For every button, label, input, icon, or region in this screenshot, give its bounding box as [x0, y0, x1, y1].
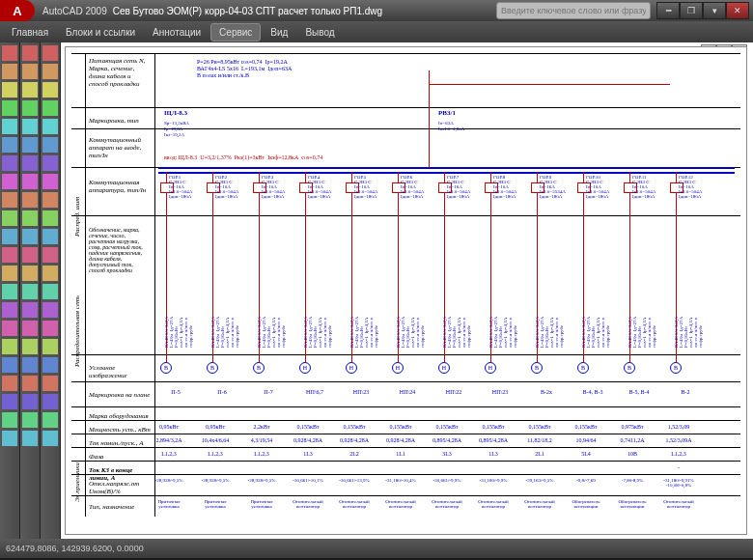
tab-blocks[interactable]: Блоки и ссылки [58, 24, 143, 41]
tool-button[interactable] [42, 301, 59, 319]
tool-button[interactable] [1, 173, 18, 190]
tool-button[interactable] [1, 44, 18, 62]
tool-button[interactable] [42, 320, 59, 337]
tool-button[interactable] [21, 228, 39, 245]
tool-button[interactable] [42, 63, 59, 80]
restore-button[interactable]: ▾ [703, 2, 726, 19]
tool-button[interactable] [1, 393, 18, 410]
table-cell-power: 0,155кВт [471, 424, 516, 430]
tool-button[interactable] [21, 44, 39, 62]
tool-button[interactable] [21, 118, 39, 135]
app-name: AutoCAD 2009 [42, 6, 107, 16]
tab-home[interactable]: Главная [4, 24, 56, 41]
toolbar-left-3 [41, 42, 61, 539]
cable-label: ВА46-LS 3х2,5 L=43м Iд=27А Р=0,95кВт cos… [581, 227, 610, 348]
tool-button[interactable] [21, 338, 39, 355]
tab-output[interactable]: Вывод [297, 24, 342, 41]
search-input[interactable] [496, 2, 651, 19]
tool-button[interactable] [1, 81, 18, 98]
tab-service[interactable]: Сервис [210, 23, 261, 42]
table-cell-phase: L1,2,3 [239, 451, 284, 457]
maximize-button[interactable]: ❐ [680, 2, 703, 19]
tool-button[interactable] [21, 136, 39, 154]
tool-button[interactable] [1, 63, 18, 80]
tool-button[interactable] [1, 118, 18, 135]
tool-button[interactable] [21, 246, 39, 264]
tool-button[interactable] [42, 99, 59, 117]
tool-button[interactable] [42, 44, 59, 62]
tool-button[interactable] [1, 246, 18, 264]
tool-button[interactable] [1, 210, 18, 227]
minimize-button[interactable]: ━ [656, 2, 680, 19]
tool-button[interactable] [21, 265, 39, 282]
tab-view[interactable]: Вид [263, 24, 295, 41]
tool-button[interactable] [1, 320, 18, 337]
tool-button[interactable] [1, 430, 18, 447]
panel-name: ЩЛ-8.3 [164, 111, 187, 116]
plan-mark: НП\24 [386, 389, 429, 395]
tool-button[interactable] [1, 191, 18, 209]
symbol-icon: В [160, 362, 172, 374]
app-logo[interactable]: A [0, 0, 35, 21]
tool-button[interactable] [21, 375, 39, 392]
tool-button[interactable] [42, 283, 59, 300]
tool-button[interactable] [1, 356, 18, 374]
tool-button[interactable] [21, 320, 39, 337]
tool-button[interactable] [21, 173, 39, 190]
tool-button[interactable] [21, 191, 39, 209]
tool-button[interactable] [21, 154, 39, 172]
tool-button[interactable] [21, 283, 39, 300]
tool-button[interactable] [21, 411, 39, 429]
tool-button[interactable] [42, 411, 59, 429]
tool-button[interactable] [1, 136, 18, 154]
tool-button[interactable] [1, 301, 18, 319]
cable-label: ВА46-LS 3х2,5 L=43м Iд=27А Р=0,95кВт cos… [396, 227, 425, 348]
tool-button[interactable] [21, 301, 39, 319]
tool-button[interactable] [21, 393, 39, 410]
canvas-area[interactable]: ━ ❐ ✕ Распред. шит Распределительная сет… [61, 42, 753, 539]
tool-button[interactable] [1, 338, 18, 355]
tool-button[interactable] [42, 173, 59, 190]
symbol-icon: В [670, 362, 682, 374]
tool-button[interactable] [21, 210, 39, 227]
tool-button[interactable] [21, 356, 39, 374]
tool-button[interactable] [42, 191, 59, 209]
drawing-canvas[interactable]: Распред. шит Распределительная сеть Эл.п… [65, 46, 747, 535]
table-cell-phase: 5L4 [564, 451, 608, 457]
tool-button[interactable] [42, 210, 59, 227]
tool-button[interactable] [42, 356, 59, 374]
tool-button[interactable] [42, 154, 59, 172]
tool-button[interactable] [42, 228, 59, 245]
tool-button[interactable] [42, 118, 59, 135]
tool-button[interactable] [1, 154, 18, 172]
tool-button[interactable] [21, 81, 39, 98]
table-cell-power: 0,155кВт [425, 424, 469, 430]
symbol-icon: Н [438, 362, 450, 374]
tool-button[interactable] [1, 375, 18, 392]
table-cell-type: Отопительный вентилятор [378, 499, 423, 509]
tool-button[interactable] [1, 99, 18, 117]
tool-button[interactable] [42, 246, 59, 264]
tool-button[interactable] [42, 81, 59, 98]
tool-button[interactable] [1, 283, 18, 300]
tool-button[interactable] [42, 393, 59, 410]
tool-button[interactable] [42, 338, 59, 355]
plan-mark: В-5, В-4 [618, 389, 660, 395]
tool-button[interactable] [1, 228, 18, 245]
breaker-label: ГОР.7 С 2В3 С Iн=16А Iк1.0=504А Iдоп=180… [447, 175, 470, 199]
tab-annotations[interactable]: Аннотации [145, 24, 209, 41]
tool-button[interactable] [21, 63, 39, 80]
table-cell-type: Отопительный вентилятор [656, 499, 701, 509]
close-button[interactable]: ✕ [726, 2, 749, 19]
tool-button[interactable] [1, 411, 18, 429]
table-cell-du: -31,180/-10,4% [378, 478, 423, 483]
panel-l2: Iр=19,8А [164, 126, 182, 131]
tool-button[interactable] [42, 265, 59, 282]
tool-button[interactable] [42, 375, 59, 392]
tool-button[interactable] [21, 99, 39, 117]
tool-button[interactable] [21, 430, 39, 447]
tool-button[interactable] [1, 265, 18, 282]
tool-button[interactable] [42, 136, 59, 154]
table-cell-current: 0,895/4,28А [425, 437, 469, 443]
tool-button[interactable] [42, 430, 59, 447]
